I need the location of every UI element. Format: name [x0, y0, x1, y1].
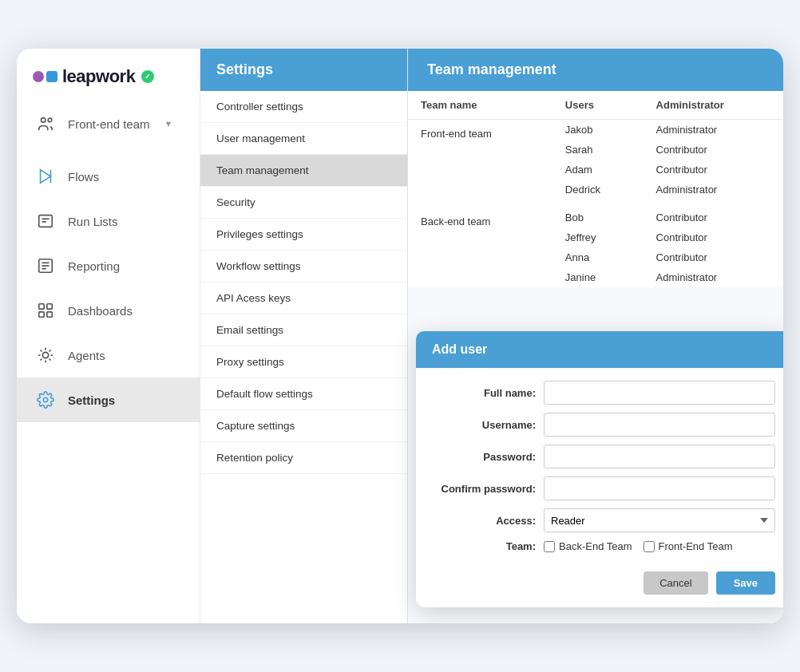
settings-item-api-keys[interactable]: API Acess keys — [200, 283, 407, 314]
add-user-modal: Add user Full name: Username: Password: — [416, 331, 783, 607]
run-lists-label: Run Lists — [68, 215, 118, 228]
dashboards-icon — [34, 299, 57, 322]
user-jakob: Jakob — [552, 120, 644, 140]
user-anna: Anna — [552, 247, 644, 267]
settings-panel: Settings Controller settings User manage… — [200, 49, 408, 623]
user-adam: Adam — [552, 160, 644, 180]
svg-point-1 — [48, 118, 52, 122]
svg-rect-11 — [47, 304, 52, 309]
form-actions: Cancel Save — [432, 563, 775, 595]
logo-text: leapwork — [62, 66, 135, 87]
agents-label: Agents — [68, 349, 105, 362]
password-input[interactable] — [544, 445, 775, 468]
user-sarah: Sarah — [552, 140, 644, 160]
user-bob: Bob — [552, 208, 644, 227]
team-name-frontend: Front-end team — [408, 120, 552, 200]
team-management-header: Team management — [408, 49, 783, 91]
team-checkboxes: Back-End Team Front-End Team — [544, 540, 775, 552]
role-bob: Contributor — [644, 208, 783, 227]
svg-rect-13 — [47, 312, 52, 317]
svg-point-14 — [42, 352, 48, 358]
username-input[interactable] — [544, 413, 775, 437]
col-users: Users — [552, 91, 644, 120]
fullname-label: Full name: — [432, 387, 536, 399]
user-dedrick: Dedrick — [552, 180, 644, 200]
logo-check-icon — [141, 70, 154, 83]
settings-item-user-management[interactable]: User management — [200, 123, 407, 155]
svg-rect-12 — [39, 312, 44, 317]
team-label: Front-end team — [68, 117, 150, 131]
svg-rect-10 — [39, 304, 44, 309]
sidebar-item-front-end-team[interactable]: Front-end team ▼ — [17, 101, 200, 146]
logo-area: leapwork — [17, 49, 200, 101]
svg-point-15 — [43, 397, 48, 402]
frontend-team-label: Front-End Team — [659, 540, 733, 552]
flows-icon — [34, 165, 57, 188]
svg-point-0 — [42, 118, 46, 123]
svg-rect-3 — [39, 215, 53, 227]
sidebar-item-flows[interactable]: Flows — [17, 154, 200, 199]
save-button[interactable]: Save — [716, 571, 775, 595]
fullname-input[interactable] — [544, 381, 775, 405]
sidebar-item-settings[interactable]: Settings — [17, 378, 200, 422]
settings-icon — [34, 389, 57, 411]
team-name-backend: Back-end team — [408, 208, 552, 287]
cancel-button[interactable]: Cancel — [644, 571, 707, 595]
settings-header: Settings — [200, 49, 407, 91]
agents-icon — [34, 344, 57, 366]
role-sarah: Contributor — [644, 140, 783, 160]
team-label-form: Team: — [432, 540, 536, 552]
main-nav: Flows Run Lists — [17, 146, 200, 623]
confirm-password-row: Confirm password: — [432, 476, 775, 500]
sidebar-item-run-lists[interactable]: Run Lists — [17, 199, 200, 243]
access-select[interactable]: Reader Contributor Administrator — [544, 508, 775, 532]
dashboards-label: Dashboards — [68, 304, 133, 318]
chevron-down-icon: ▼ — [164, 119, 173, 128]
team-panel: Team management Team name Users Administ… — [408, 49, 783, 623]
settings-item-controller[interactable]: Controller settings — [200, 91, 407, 123]
settings-item-privileges[interactable]: Privileges settings — [200, 219, 407, 251]
settings-item-capture[interactable]: Capture settings — [200, 410, 407, 442]
settings-item-email[interactable]: Email settings — [200, 314, 407, 346]
col-team-name: Team name — [408, 91, 552, 120]
sidebar-item-reporting[interactable]: Reporting — [17, 243, 200, 288]
role-jakob: Administrator — [644, 120, 783, 140]
settings-item-security[interactable]: Security — [200, 187, 407, 219]
user-jeffrey: Jeffrey — [552, 227, 644, 247]
username-row: Username: — [432, 413, 775, 437]
sidebar-item-dashboards[interactable]: Dashboards — [17, 288, 200, 333]
user-janine: Janine — [552, 267, 644, 287]
backend-team-checkbox[interactable] — [544, 541, 555, 552]
team-table: Team name Users Administrator Front-end … — [408, 91, 783, 287]
app-window: leapwork Front-end team ▼ — [17, 49, 783, 623]
sidebar: leapwork Front-end team ▼ — [17, 49, 200, 623]
table-row: Front-end team Jakob Administrator — [408, 120, 783, 140]
settings-label: Settings — [68, 393, 115, 407]
table-row: Back-end team Bob Contributor — [408, 208, 783, 227]
settings-item-workflow[interactable]: Workflow settings — [200, 251, 407, 283]
role-jeffrey: Contributor — [644, 227, 783, 247]
confirm-password-input[interactable] — [544, 476, 775, 500]
runlists-icon — [34, 210, 57, 232]
reporting-icon — [34, 255, 57, 277]
settings-item-default-flow[interactable]: Default flow settings — [200, 378, 407, 410]
role-dedrick: Administrator — [644, 180, 783, 200]
role-anna: Contributor — [644, 247, 783, 267]
backend-team-checkbox-item: Back-End Team — [544, 540, 632, 552]
logo-dot-purple — [33, 71, 44, 82]
sidebar-item-agents[interactable]: Agents — [17, 333, 200, 378]
frontend-team-checkbox[interactable] — [644, 541, 655, 552]
frontend-team-checkbox-item: Front-End Team — [644, 540, 733, 552]
reporting-label: Reporting — [68, 259, 120, 273]
settings-item-proxy[interactable]: Proxy settings — [200, 346, 407, 378]
password-row: Password: — [432, 445, 775, 468]
username-label: Username: — [432, 419, 536, 431]
settings-item-retention[interactable]: Retention policy — [200, 442, 407, 474]
spacer-row — [408, 200, 783, 208]
add-user-header: Add user — [416, 331, 783, 368]
settings-item-team-management[interactable]: Team management — [200, 155, 407, 187]
flows-label: Flows — [68, 170, 99, 184]
backend-team-label: Back-End Team — [559, 540, 632, 552]
settings-list: Controller settings User management Team… — [200, 91, 407, 623]
svg-marker-2 — [41, 170, 51, 184]
